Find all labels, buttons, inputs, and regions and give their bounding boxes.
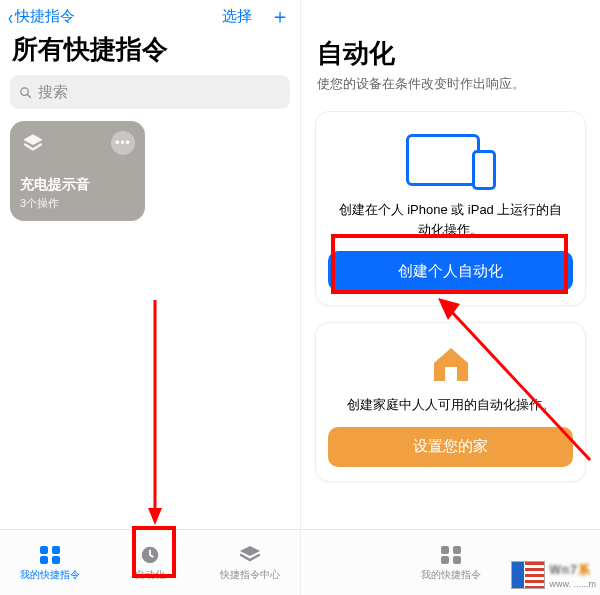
page-title: 所有快捷指令 — [0, 28, 300, 75]
tab-label: 自动化 — [135, 568, 165, 582]
search-icon — [18, 85, 33, 100]
svg-rect-7 — [445, 367, 457, 381]
back-button[interactable]: ‹ 快捷指令 — [8, 7, 75, 26]
tab-label: 快捷指令中心 — [220, 568, 280, 582]
chevron-left-icon: ‹ — [8, 4, 13, 28]
more-button[interactable]: ••• — [111, 131, 135, 155]
screen-automation: 自动化 使您的设备在条件改变时作出响应。 创建在个人 iPhone 或 iPad… — [300, 0, 600, 595]
nav-bar: ‹ 快捷指令 选择 ＋ — [0, 0, 300, 28]
back-label: 快捷指令 — [15, 7, 75, 26]
svg-rect-5 — [52, 556, 60, 564]
card-title: 充电提示音 — [20, 176, 135, 194]
add-button[interactable]: ＋ — [270, 6, 290, 26]
svg-point-0 — [21, 87, 29, 95]
svg-rect-2 — [40, 546, 48, 554]
svg-rect-8 — [441, 546, 449, 554]
tab-automation[interactable]: 自动化 — [100, 530, 200, 595]
watermark: Wn7系 www. ......m — [511, 561, 596, 589]
flag-icon — [511, 561, 545, 589]
stack-icon — [238, 544, 262, 566]
create-personal-automation-button[interactable]: 创建个人自动化 — [328, 251, 573, 291]
tab-label: 我的快捷指令 — [421, 568, 481, 582]
panel-personal: 创建在个人 iPhone 或 iPad 上运行的自动化操作。 创建个人自动化 — [315, 111, 586, 306]
panel-desc: 创建家庭中人人可用的自动化操作。 — [347, 395, 555, 415]
tab-label: 我的快捷指令 — [20, 568, 80, 582]
svg-rect-3 — [52, 546, 60, 554]
page-title: 自动化 — [301, 0, 600, 75]
svg-line-1 — [28, 94, 31, 97]
search-input[interactable]: 搜索 — [10, 75, 290, 109]
svg-rect-9 — [453, 546, 461, 554]
home-icon — [426, 341, 476, 385]
svg-rect-11 — [453, 556, 461, 564]
panel-desc: 创建在个人 iPhone 或 iPad 上运行的自动化操作。 — [336, 200, 565, 239]
screen-shortcuts: ‹ 快捷指令 选择 ＋ 所有快捷指令 搜索 ••• 充电提示音 3个操 — [0, 0, 300, 595]
select-button[interactable]: 选择 — [222, 7, 252, 26]
search-placeholder: 搜索 — [38, 83, 68, 102]
card-subtitle: 3个操作 — [20, 196, 135, 211]
grid-icon — [38, 544, 62, 566]
tab-gallery[interactable]: 快捷指令中心 — [200, 530, 300, 595]
tab-bar: 我的快捷指令 自动化 快捷指令中心 — [0, 529, 300, 595]
panel-home: 创建家庭中人人可用的自动化操作。 设置您的家 — [315, 322, 586, 482]
shortcut-card[interactable]: ••• 充电提示音 3个操作 — [10, 121, 145, 221]
clock-icon — [138, 544, 162, 566]
svg-rect-4 — [40, 556, 48, 564]
page-subtitle: 使您的设备在条件改变时作出响应。 — [301, 75, 600, 111]
nav-actions: 选择 ＋ — [222, 6, 290, 26]
grid-icon — [439, 544, 463, 566]
setup-home-button[interactable]: 设置您的家 — [328, 427, 573, 467]
svg-rect-10 — [441, 556, 449, 564]
layers-icon — [20, 131, 46, 161]
devices-icon — [396, 130, 506, 190]
tab-my-shortcuts[interactable]: 我的快捷指令 — [0, 530, 100, 595]
